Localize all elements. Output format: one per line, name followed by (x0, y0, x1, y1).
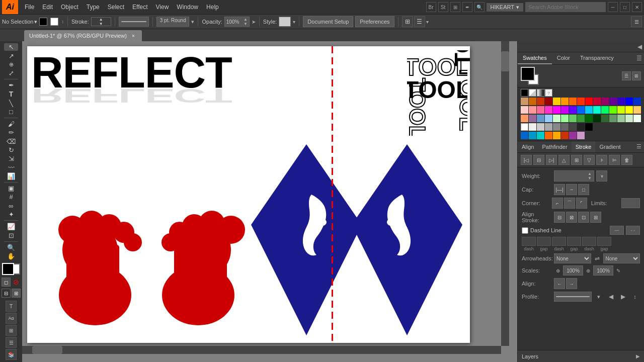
column-graph-tool[interactable]: 📈 (4, 223, 18, 230)
swatch-c13[interactable] (617, 98, 625, 105)
cap-square-btn[interactable]: □ (578, 184, 589, 195)
swatch-c8[interactable] (577, 98, 585, 105)
swatch-f2[interactable] (529, 132, 536, 139)
hand-tool[interactable]: ✋ (4, 252, 18, 260)
symbol-tool[interactable]: ✦ (4, 211, 18, 218)
menu-effect[interactable]: Effect (129, 3, 151, 12)
align-btn-2[interactable]: → (566, 278, 577, 289)
fill-color-swatch[interactable] (39, 18, 47, 26)
stock-icon[interactable]: St (438, 2, 448, 12)
arrange-dropdown-icon[interactable]: ▾ (426, 19, 429, 25)
user-dropdown-icon[interactable]: ▾ (516, 4, 519, 11)
swatch-d10[interactable] (593, 106, 601, 114)
transparency-tab[interactable]: Transparency (575, 52, 619, 64)
swatch-e14[interactable] (625, 115, 633, 122)
panel-collapse-arrow[interactable]: ◀ (637, 43, 642, 50)
swatch-c5[interactable] (553, 98, 560, 105)
arrange-icon[interactable]: ⊞ (402, 16, 413, 27)
swatch-f8[interactable] (577, 132, 585, 139)
swatch-c11[interactable] (601, 98, 609, 105)
pen-tool[interactable]: ✒ (4, 81, 18, 89)
swatch-grid-view[interactable]: ⊞ (632, 71, 641, 80)
swatch-e10[interactable] (593, 115, 601, 122)
pathfinder-tab[interactable]: Pathfinder (538, 141, 571, 152)
swatch-c4[interactable] (545, 98, 552, 105)
props-panel-icon[interactable]: ⊞ (6, 325, 17, 336)
swatch-f5[interactable] (553, 132, 560, 139)
menu-view[interactable]: View (152, 3, 173, 12)
opacity-arrow-icon[interactable]: ➤ (252, 19, 256, 25)
arrowhead-start-select[interactable]: None (554, 253, 591, 263)
pen-icon[interactable]: ✒ (462, 2, 472, 12)
dashed-align-btn2[interactable]: - - (626, 226, 640, 235)
close-icon[interactable]: ✕ (632, 2, 642, 12)
rotate-tool[interactable]: ↻ (4, 146, 18, 154)
corner-miter-btn[interactable]: ⌐ (552, 198, 563, 209)
stroke-up-icon[interactable]: ▲▼ (99, 17, 103, 26)
swatch-list-view[interactable]: ☰ (622, 71, 631, 80)
shape-tool[interactable]: □ (4, 108, 18, 116)
swatch-e9[interactable] (585, 115, 593, 122)
limits-input[interactable] (621, 198, 640, 208)
direct-selection-tool[interactable]: ↗ (4, 52, 18, 59)
align-tab[interactable]: Align (518, 141, 538, 152)
panel-toggle-icon[interactable]: ☰ (631, 16, 642, 27)
swatch-d5[interactable] (553, 106, 560, 114)
style-swatch[interactable] (279, 17, 291, 27)
swatch-e6[interactable] (561, 115, 569, 122)
swatch-g6[interactable] (569, 123, 577, 131)
profile-prev-icon[interactable]: ◀ (606, 292, 616, 302)
swatch-c6[interactable] (561, 98, 569, 105)
swatch-d1[interactable] (521, 106, 528, 114)
zoom-tool[interactable]: 🔍 (4, 243, 18, 251)
swatch-c15[interactable] (633, 98, 641, 105)
brush-preset-btn[interactable]: 3 pt. Round (156, 17, 190, 27)
gradient-tool[interactable]: ▣ (4, 185, 18, 192)
scale-input-1[interactable]: 100% (563, 265, 583, 276)
gradient-tab[interactable]: Gradient (595, 141, 624, 152)
pencil-tool[interactable]: ✏ (4, 129, 18, 136)
color-selector[interactable] (2, 263, 20, 275)
dash-input-1[interactable] (522, 237, 536, 246)
swatch-e12[interactable] (609, 115, 617, 122)
paintbrush-tool[interactable]: 🖌 (4, 120, 18, 128)
swatch-pattern[interactable]: ? (545, 89, 552, 97)
type-panel-icon[interactable]: T (6, 301, 17, 312)
lasso-tool[interactable]: ⊕ (4, 61, 18, 68)
swatch-d14[interactable] (625, 106, 633, 114)
menu-window[interactable]: Window (173, 3, 202, 12)
swatch-black2[interactable] (585, 123, 593, 131)
swatch-c1[interactable] (521, 98, 528, 105)
scale-chain-icon[interactable]: ⊕ (554, 266, 562, 275)
swatch-e11[interactable] (601, 115, 609, 122)
corner-round-btn[interactable]: ⌒ (564, 198, 575, 209)
tab-close-button[interactable]: × (130, 32, 137, 39)
arrowhead-end-select[interactable]: None (603, 253, 640, 263)
document-setup-button[interactable]: Document Setup (303, 16, 353, 27)
swatch-d4[interactable] (545, 106, 552, 114)
swatches-tab[interactable]: Swatches (518, 52, 552, 64)
delete-icon[interactable]: 🗑 (621, 155, 632, 165)
align-left-icon[interactable]: |◁ (521, 155, 532, 165)
style-dropdown-icon[interactable]: ▾ (293, 19, 295, 25)
swatch-fg[interactable] (521, 67, 535, 81)
swatch-f3[interactable] (537, 132, 544, 139)
scale-chain2-icon[interactable]: ⊕ (584, 266, 592, 275)
dash-input-3[interactable] (582, 237, 596, 246)
swatch-e2[interactable] (529, 115, 536, 122)
collapse-icon[interactable]: ☰ (631, 16, 642, 27)
align-bottom-icon[interactable]: ▽ (584, 155, 595, 165)
dash-input-2[interactable] (552, 237, 566, 246)
scale-input-2[interactable]: 100% (593, 265, 613, 276)
align-center-h-icon[interactable]: ⊟ (533, 155, 544, 165)
swatch-f1[interactable] (521, 132, 528, 139)
swatch-g2[interactable] (537, 123, 544, 131)
gap-input-3[interactable] (597, 237, 611, 246)
dashed-align-btn1[interactable]: — (610, 226, 624, 235)
swatch-d7[interactable] (569, 106, 577, 114)
scale-tool[interactable]: ⇲ (4, 155, 18, 162)
align-right-icon[interactable]: ▷| (546, 155, 557, 165)
swatch-c9[interactable] (585, 98, 593, 105)
screen-mode-btn[interactable]: ⊟ (2, 289, 11, 298)
swatch-c14[interactable] (625, 98, 633, 105)
